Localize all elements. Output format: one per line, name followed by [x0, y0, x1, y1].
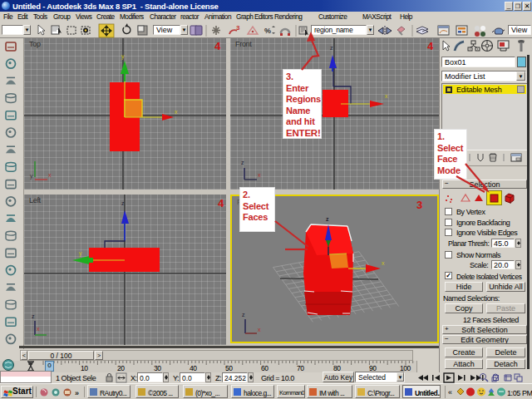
- svg-text:x: x: [48, 172, 52, 178]
- svg-text:z: z: [326, 216, 329, 222]
- svg-text:%: %: [264, 27, 271, 35]
- svg-text:z: z: [241, 160, 244, 165]
- svg-text:z: z: [242, 312, 245, 318]
- svg-text:y: y: [79, 250, 82, 257]
- svg-text:»: »: [75, 389, 79, 397]
- svg-text:y: y: [30, 173, 33, 180]
- svg-text:x: x: [382, 260, 385, 266]
- svg-text:x: x: [385, 93, 388, 99]
- svg-text:x: x: [258, 172, 261, 178]
- svg-text:z: z: [121, 200, 125, 206]
- svg-text:x: x: [258, 327, 261, 332]
- svg-text:x: x: [37, 326, 40, 332]
- svg-text:z: z: [32, 313, 35, 319]
- svg-text:y: y: [121, 53, 125, 60]
- svg-text:z: z: [330, 45, 333, 51]
- svg-text:x: x: [175, 109, 178, 115]
- svg-text:3: 3: [236, 24, 240, 32]
